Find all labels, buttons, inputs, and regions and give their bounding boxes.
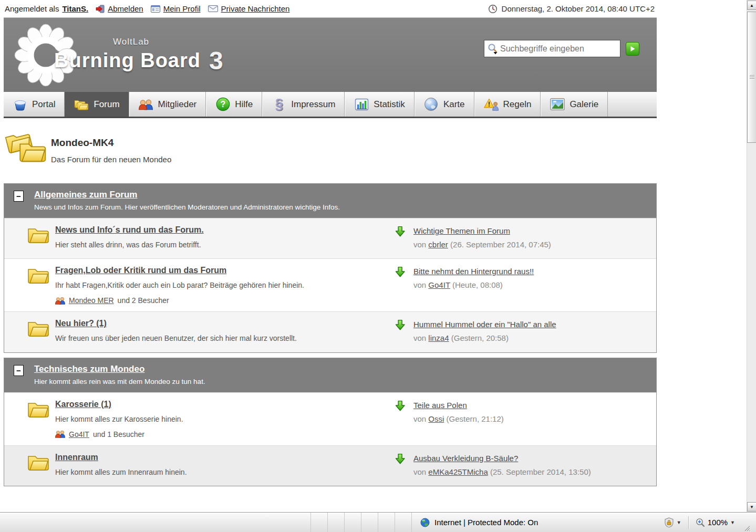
tab-portal[interactable]: Portal — [4, 92, 65, 117]
forum-link[interactable]: Innenraum — [55, 453, 98, 462]
forum-link[interactable]: Fragen,Lob oder Kritik rund um das Forum — [55, 266, 226, 275]
visitor-user-link[interactable]: Mondeo MER — [69, 296, 114, 305]
forum-link[interactable]: Karosserie (1) — [55, 400, 111, 409]
datetime-text: Donnerstag, 2. Oktober 2014, 08:40 UTC+2 — [502, 4, 655, 13]
tab-forum[interactable]: Forum — [65, 92, 129, 117]
lastpost-link[interactable]: Bitte nehmt den Hintergrund raus!! — [413, 267, 534, 276]
tab-label: Galerie — [569, 99, 598, 110]
lastpost-date: (Heute, 08:08) — [452, 280, 503, 289]
lastpost-author-link[interactable]: Ossi — [428, 414, 444, 423]
category-technisches: − Technisches zum Mondeo Hier kommt alle… — [4, 358, 657, 486]
forum-cell: Fragen,Lob oder Kritik rund um das Forum… — [4, 259, 387, 311]
resize-grip[interactable] — [744, 525, 751, 532]
goto-lastpost-arrow-icon[interactable] — [395, 266, 406, 278]
page-content: Angemeldet als TitanS. Abmelden — [4, 0, 657, 486]
goto-lastpost-arrow-icon[interactable] — [395, 400, 406, 412]
lastpost-link[interactable]: Wichtige Themen im Forum — [413, 226, 510, 235]
submit-arrow-icon — [629, 46, 636, 52]
forum-description: Ihr habt Fragen,Kritik oder auch ein Lob… — [55, 279, 328, 292]
collapse-button[interactable]: − — [14, 365, 24, 376]
tab-impressum[interactable]: § Impressum — [262, 92, 345, 117]
tab-label: Statistik — [374, 99, 405, 110]
goto-lastpost-arrow-icon[interactable] — [395, 225, 406, 237]
scrollbar-thumb[interactable] — [747, 12, 756, 143]
forum-cell: Neu hier? (1) Wir freuen uns über jeden … — [4, 312, 387, 352]
clock-icon — [488, 4, 498, 14]
lastpost-link[interactable]: Hummel Hummel oder ein "Hallo" an alle — [413, 320, 556, 329]
visitor-user-link[interactable]: Go4IT — [69, 430, 89, 439]
tab-mitglieder[interactable]: Mitglieder — [129, 92, 206, 117]
visitors-line: Mondeo MER und 2 Besucher — [55, 296, 382, 305]
forum-description: Hier kommt alles zur Karosserie hinein. — [55, 413, 328, 426]
lastpost-author-link[interactable]: Go4IT — [428, 280, 450, 289]
security-zone: Internet | Protected Mode: On — [420, 513, 538, 532]
rules-warning-icon — [484, 97, 499, 112]
lastpost-author-link[interactable]: cbrler — [428, 240, 448, 249]
category-description: News und Infos zum Forum. Hier veröffent… — [34, 203, 650, 211]
profile-segment: Mein Profil — [151, 4, 201, 13]
tab-regeln[interactable]: Regeln — [474, 92, 541, 117]
browser-status-bar: Internet | Protected Mode: On ▼ 100% — [0, 512, 756, 532]
status-bar-divider — [688, 516, 689, 529]
tab-label: Portal — [32, 99, 55, 110]
lastpost-cell: Wichtige Themen im Forum von cbrler (26.… — [387, 218, 656, 258]
lastpost-date: (25. September 2014, 13:50) — [490, 467, 591, 476]
folder-icon — [26, 399, 49, 419]
lastpost-by-label: von — [413, 414, 426, 423]
messages-link[interactable]: Private Nachrichten — [221, 4, 290, 13]
logout-icon — [96, 5, 105, 13]
gallery-icon — [550, 97, 565, 112]
category-header: − Technisches zum Mondeo Hier kommt alle… — [4, 358, 656, 392]
search-input[interactable] — [498, 44, 620, 54]
lastpost-cell: Ausbau Verkleidung B-Säule? von eMKa425T… — [387, 446, 656, 486]
vertical-scrollbar[interactable]: ▲ ▼ — [747, 0, 756, 512]
tab-hilfe[interactable]: ? Hilfe — [206, 92, 262, 117]
lastpost-cell: Teile aus Polen von Ossi (Gestern, 21:12… — [387, 393, 656, 445]
username-link[interactable]: TitanS. — [62, 4, 88, 13]
lastpost-date: (Gestern, 21:12) — [447, 414, 504, 423]
scrollbar-down-button[interactable]: ▼ — [747, 502, 756, 512]
collapse-button[interactable]: − — [14, 191, 24, 202]
goto-lastpost-arrow-icon[interactable] — [395, 319, 406, 331]
statistics-icon — [354, 97, 369, 112]
lastpost-author-link[interactable]: eMKa425TMicha — [428, 467, 488, 476]
goto-lastpost-arrow-icon[interactable] — [395, 453, 406, 465]
zoom-control[interactable]: 100% ▼ — [696, 518, 735, 527]
chevron-down-icon: ▼ — [677, 520, 681, 525]
datetime-segment: Donnerstag, 2. Oktober 2014, 08:40 UTC+2 — [488, 4, 657, 14]
tab-statistik[interactable]: Statistik — [345, 92, 415, 117]
forum-link[interactable]: Neu hier? (1) — [55, 319, 107, 328]
tab-karte[interactable]: Karte — [415, 92, 474, 117]
profile-link[interactable]: Mein Profil — [163, 4, 201, 13]
category-title-link[interactable]: Allgemeines zum Forum — [34, 190, 137, 200]
logged-in-segment: Angemeldet als TitanS. — [5, 4, 88, 13]
protected-mode-control[interactable]: ▼ — [664, 517, 681, 528]
lastpost-author-link[interactable]: linza4 — [428, 333, 449, 342]
forum-cell: News und Info´s rund um das Forum. Hier … — [4, 218, 387, 258]
lastpost-by-label: von — [413, 280, 426, 289]
logged-in-label: Angemeldet als — [5, 4, 59, 13]
search-submit-button[interactable] — [626, 42, 639, 56]
forum-row-news: News und Info´s rund um das Forum. Hier … — [4, 218, 656, 258]
zoom-magnifier-icon — [696, 518, 705, 527]
lastpost-link[interactable]: Ausbau Verkleidung B-Säule? — [413, 454, 518, 463]
page-subtitle: Das Forum für den neuen Mondeo — [51, 155, 171, 164]
category-title-link[interactable]: Technisches zum Mondeo — [34, 364, 144, 374]
paragraph-icon: § — [272, 97, 286, 112]
tab-label: Mitglieder — [158, 99, 197, 110]
status-bar-cells — [294, 513, 412, 532]
scrollbar-up-button[interactable]: ▲ — [747, 1, 756, 10]
zone-text: Internet | Protected Mode: On — [434, 518, 538, 527]
forum-row-neu-hier: Neu hier? (1) Wir freuen uns über jeden … — [4, 311, 656, 352]
forum-row-fragen: Fragen,Lob oder Kritik rund um das Forum… — [4, 258, 656, 311]
forum-link[interactable]: News und Info´s rund um das Forum. — [55, 225, 204, 234]
forum-icon — [74, 97, 89, 112]
user-bar: Angemeldet als TitanS. Abmelden — [4, 0, 657, 18]
category-header: − Allgemeines zum Forum News und Infos z… — [4, 184, 656, 218]
logout-link[interactable]: Abmelden — [108, 4, 143, 13]
mail-icon — [208, 5, 218, 12]
search-icon[interactable] — [488, 43, 498, 55]
lastpost-link[interactable]: Teile aus Polen — [413, 401, 467, 410]
folder-icon — [26, 318, 49, 338]
tab-galerie[interactable]: Galerie — [541, 92, 608, 117]
